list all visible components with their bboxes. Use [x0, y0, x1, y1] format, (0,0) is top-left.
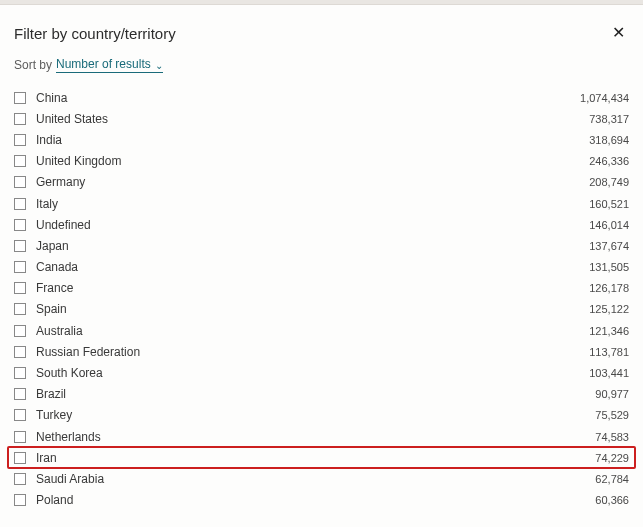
country-checkbox[interactable]: [14, 282, 26, 294]
country-count: 74,229: [595, 452, 629, 464]
country-count: 146,014: [589, 219, 629, 231]
country-checkbox[interactable]: [14, 452, 26, 464]
list-item: Undefined146,014: [14, 214, 629, 235]
country-count: 125,122: [589, 303, 629, 315]
list-item: Spain125,122: [14, 299, 629, 320]
country-checkbox[interactable]: [14, 473, 26, 485]
country-count: 318,694: [589, 134, 629, 146]
country-name: India: [36, 133, 589, 147]
country-name: Netherlands: [36, 430, 595, 444]
country-name: Canada: [36, 260, 589, 274]
list-item: United States738,317: [14, 108, 629, 129]
sort-label: Sort by: [14, 58, 52, 72]
country-count: 246,336: [589, 155, 629, 167]
filter-panel: Filter by country/territory ✕ Sort by Nu…: [0, 5, 643, 511]
country-name: United Kingdom: [36, 154, 589, 168]
list-item: Japan137,674: [14, 235, 629, 256]
country-name: Poland: [36, 493, 595, 507]
list-item: France126,178: [14, 278, 629, 299]
country-count: 121,346: [589, 325, 629, 337]
list-item: Germany208,749: [14, 172, 629, 193]
country-checkbox[interactable]: [14, 176, 26, 188]
country-checkbox[interactable]: [14, 409, 26, 421]
country-checkbox[interactable]: [14, 155, 26, 167]
country-name: Germany: [36, 175, 589, 189]
list-item: India318,694: [14, 129, 629, 150]
country-name: Saudi Arabia: [36, 472, 595, 486]
country-checkbox[interactable]: [14, 113, 26, 125]
country-name: Iran: [36, 451, 595, 465]
panel-title: Filter by country/territory: [14, 25, 176, 42]
country-checkbox[interactable]: [14, 325, 26, 337]
country-checkbox[interactable]: [14, 494, 26, 506]
country-checkbox[interactable]: [14, 303, 26, 315]
close-button[interactable]: ✕: [608, 23, 629, 43]
list-item: Netherlands74,583: [14, 426, 629, 447]
country-checkbox[interactable]: [14, 388, 26, 400]
country-name: Italy: [36, 197, 589, 211]
country-checkbox[interactable]: [14, 134, 26, 146]
sort-dropdown[interactable]: Number of results ⌄: [56, 57, 163, 73]
list-item: Australia121,346: [14, 320, 629, 341]
country-count: 160,521: [589, 198, 629, 210]
country-count: 75,529: [595, 409, 629, 421]
country-checkbox[interactable]: [14, 367, 26, 379]
country-name: Japan: [36, 239, 589, 253]
country-name: Brazil: [36, 387, 595, 401]
country-count: 131,505: [589, 261, 629, 273]
list-item: United Kingdom246,336: [14, 151, 629, 172]
country-list: China1,074,434United States738,317India3…: [14, 87, 629, 511]
country-count: 137,674: [589, 240, 629, 252]
panel-header: Filter by country/territory ✕: [14, 23, 629, 43]
list-item: Brazil90,977: [14, 384, 629, 405]
country-name: Russian Federation: [36, 345, 589, 359]
country-name: China: [36, 91, 580, 105]
list-item: Turkey75,529: [14, 405, 629, 426]
country-checkbox[interactable]: [14, 261, 26, 273]
country-count: 90,977: [595, 388, 629, 400]
list-item: Canada131,505: [14, 257, 629, 278]
country-count: 74,583: [595, 431, 629, 443]
sort-selected-value: Number of results: [56, 57, 151, 71]
country-checkbox[interactable]: [14, 92, 26, 104]
country-count: 126,178: [589, 282, 629, 294]
country-name: Australia: [36, 324, 589, 338]
list-item: Italy160,521: [14, 193, 629, 214]
list-item: China1,074,434: [14, 87, 629, 108]
list-item: Saudi Arabia62,784: [14, 468, 629, 489]
country-count: 103,441: [589, 367, 629, 379]
country-checkbox[interactable]: [14, 431, 26, 443]
list-item: South Korea103,441: [14, 362, 629, 383]
list-item: Iran74,229: [8, 447, 635, 468]
country-name: Undefined: [36, 218, 589, 232]
country-count: 1,074,434: [580, 92, 629, 104]
country-name: United States: [36, 112, 589, 126]
country-name: Turkey: [36, 408, 595, 422]
country-count: 62,784: [595, 473, 629, 485]
sort-row: Sort by Number of results ⌄: [14, 57, 629, 73]
country-name: South Korea: [36, 366, 589, 380]
country-checkbox[interactable]: [14, 219, 26, 231]
list-item: Poland60,366: [14, 490, 629, 511]
chevron-down-icon: ⌄: [155, 60, 163, 71]
country-count: 60,366: [595, 494, 629, 506]
country-count: 208,749: [589, 176, 629, 188]
country-checkbox[interactable]: [14, 240, 26, 252]
list-item: Russian Federation113,781: [14, 341, 629, 362]
country-name: France: [36, 281, 589, 295]
country-checkbox[interactable]: [14, 346, 26, 358]
country-checkbox[interactable]: [14, 198, 26, 210]
close-icon: ✕: [612, 24, 625, 41]
country-count: 113,781: [589, 346, 629, 358]
country-name: Spain: [36, 302, 589, 316]
country-count: 738,317: [589, 113, 629, 125]
